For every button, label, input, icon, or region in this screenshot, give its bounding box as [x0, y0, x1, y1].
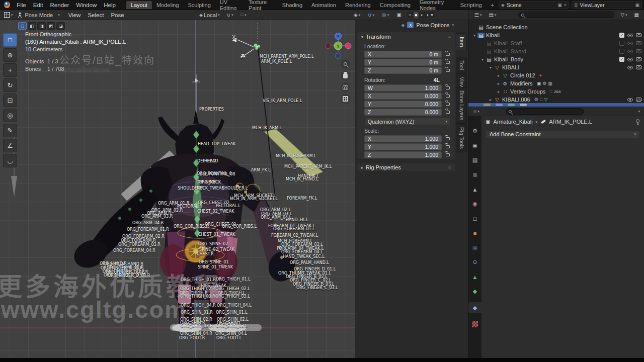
transform-row-rotation-y[interactable]: Y0.000 [364, 100, 451, 108]
outliner-row-vertex-groups[interactable]: ▸∷Vertex Groups∷268 [468, 87, 644, 96]
lock-icon[interactable] [446, 111, 450, 114]
outliner-row-kibali-staff[interactable]: ▤Kibali_Staff [468, 39, 644, 47]
camera-visibility-icon[interactable] [636, 57, 641, 61]
viewport-menu-select[interactable]: Select [84, 11, 107, 19]
viewport-menu-pose[interactable]: Pose [107, 11, 127, 19]
expand-arrow-icon[interactable]: ▾ [488, 65, 494, 70]
viewport-menu-view[interactable]: View [65, 11, 85, 19]
physics-icon[interactable]: ◎ [469, 244, 481, 251]
outliner-row-modifiers[interactable]: ▸⚙Modifiers▣⚙▦ [468, 79, 644, 87]
wireframe-shading-icon[interactable]: ○ [409, 12, 412, 18]
camera-visibility-icon[interactable] [636, 41, 641, 45]
blender-logo-icon[interactable] [4, 2, 10, 8]
scene-selector[interactable]: ◈ Scene ▣ × [499, 1, 569, 9]
annotate-tool[interactable]: ✎ [3, 124, 17, 137]
workspace-tab-scripting[interactable]: Scripting [456, 1, 487, 9]
scene-icon[interactable]: ▲ [469, 186, 481, 193]
camera-visibility-icon[interactable] [636, 33, 641, 37]
select-mode-extend-icon[interactable]: ◧ [28, 22, 36, 30]
number-field[interactable]: W1.000 [364, 84, 442, 92]
breadcrumb-bone[interactable]: ARM_IK_POLE.L [549, 119, 592, 125]
breadcrumb-object[interactable]: Armature_Kibali [493, 119, 532, 125]
render-icon[interactable]: ◉ [469, 142, 481, 149]
orientation-selector[interactable]: ◈ Local ▾ [197, 12, 222, 18]
select-mode-subtract-icon[interactable]: ◨ [37, 22, 46, 30]
transform-row-rotation-w[interactable]: W1.000 [364, 84, 451, 92]
transform-tool[interactable]: ◎ [3, 109, 17, 122]
orthographic-toggle-button[interactable] [341, 94, 350, 104]
snap-target-icon[interactable]: ∷▾ [238, 12, 249, 18]
lock-icon[interactable] [446, 137, 450, 140]
object-properties-icon[interactable]: ■ [469, 229, 481, 237]
workspace-tab-shading[interactable]: Shading [278, 1, 307, 9]
lock-icon[interactable] [446, 61, 450, 64]
transform-panel-header[interactable]: ▾ Transform ≡ [357, 33, 455, 41]
mode-selector[interactable]: Pose Mode ▾ [15, 12, 62, 18]
expand-arrow-icon[interactable]: ▾ [471, 33, 477, 38]
select-mode-set-icon[interactable]: □ [18, 22, 27, 30]
number-field[interactable]: Y1.000 [364, 143, 442, 150]
eye-icon[interactable] [627, 98, 633, 102]
rotation-mode-dropdown[interactable]: Quaternion (WXYZ) ▾ [364, 118, 451, 125]
copy-icon[interactable]: ▣ [635, 3, 639, 8]
snapping-magnet-icon[interactable]: ∪▾ [225, 12, 235, 18]
transform-pivot-icon[interactable]: ◈▾ [352, 12, 362, 18]
view-layer-icon[interactable]: ≣ [469, 171, 481, 178]
lock-icon[interactable] [446, 69, 450, 72]
expand-arrow-icon[interactable]: ▸ [496, 81, 502, 86]
rendered-shading-icon[interactable]: ◑ [426, 12, 429, 18]
transform-row-scale-y[interactable]: Y1.000 [364, 143, 451, 151]
transform-row-location-z[interactable]: Z0 m [364, 66, 451, 74]
collection-properties-icon[interactable]: □ [469, 215, 481, 222]
outliner-row-kibali-sword[interactable]: ▤Kibali_Sword [468, 47, 644, 55]
eye-icon[interactable] [627, 50, 633, 53]
eye-icon[interactable] [627, 42, 633, 45]
select-box-tool[interactable]: □ [3, 33, 17, 47]
expand-arrow-icon[interactable]: ▾ [479, 57, 486, 62]
workspace-tab-item[interactable]: + [487, 1, 499, 9]
outliner-search-input[interactable] [518, 12, 614, 18]
sidebar-tab-tool[interactable]: Tool [456, 57, 467, 73]
sidebar-tab-item[interactable]: Item [456, 33, 467, 50]
number-field[interactable]: X0.000 [364, 93, 442, 100]
lock-icon[interactable] [446, 145, 450, 148]
eye-icon[interactable] [627, 58, 633, 61]
editor-type-button[interactable]: ≡▾ [471, 109, 481, 115]
number-field[interactable]: Y0 m [364, 59, 442, 66]
checkbox-checked-icon[interactable]: ✓ [619, 57, 624, 62]
workspace-tab-layout[interactable]: Layout [126, 1, 152, 9]
lock-icon[interactable] [446, 153, 450, 156]
workspace-tab-modeling[interactable]: Modeling [152, 1, 184, 9]
lock-icon[interactable] [446, 53, 450, 56]
outliner-row-kibali[interactable]: ▾▤Kibali✓ [468, 31, 644, 39]
material-shading-icon[interactable]: ◐ [421, 12, 424, 18]
select-mode-invert-icon[interactable]: ◩ [47, 22, 55, 30]
transform-row-rotation-x[interactable]: X0.000 [364, 92, 451, 100]
unlink-icon[interactable]: × [564, 3, 567, 8]
expand-arrow-icon[interactable]: ▸ [496, 89, 502, 94]
solid-shading-icon[interactable]: ● [414, 12, 419, 18]
transform-row-scale-z[interactable]: Z1.000 [364, 151, 451, 159]
number-field[interactable]: Z0.000 [364, 109, 442, 116]
transform-row-scale-x[interactable]: X1.000 [364, 135, 451, 143]
eye-icon[interactable] [627, 34, 633, 37]
move-tool[interactable]: + [3, 63, 17, 77]
transform-row-location-x[interactable]: X0 m [364, 50, 451, 58]
outliner-row-kibali-006[interactable]: ▸▽KIBALI.006⚙∷▽ [468, 96, 644, 104]
expand-arrow-icon[interactable]: ▸ [496, 73, 502, 78]
outliner-row-kibali[interactable]: ▾▽KIBALI [468, 63, 644, 71]
outliner-row-scene-collection[interactable]: ▤Scene Collection [468, 23, 644, 31]
panel-grip-icon[interactable]: ≡ [448, 165, 451, 170]
world-icon[interactable]: ◉ [469, 200, 481, 208]
zoom-button[interactable] [341, 59, 350, 69]
checkbox-empty-icon[interactable] [619, 41, 624, 46]
pin-icon[interactable] [636, 119, 639, 123]
tool-icon[interactable]: ⚙ [469, 127, 481, 135]
transform-row-rotation-z[interactable]: Z0.000 [364, 108, 451, 116]
outliner-filter-type-icon[interactable]: ▤▾ [487, 12, 498, 18]
bone-icon[interactable]: ◆ [469, 288, 481, 295]
lock-icon[interactable] [446, 103, 450, 106]
camera-visibility-icon[interactable] [636, 98, 641, 102]
pose-options-label[interactable]: Pose Options [416, 22, 449, 28]
cursor-tool[interactable]: ⊕ [3, 48, 17, 62]
